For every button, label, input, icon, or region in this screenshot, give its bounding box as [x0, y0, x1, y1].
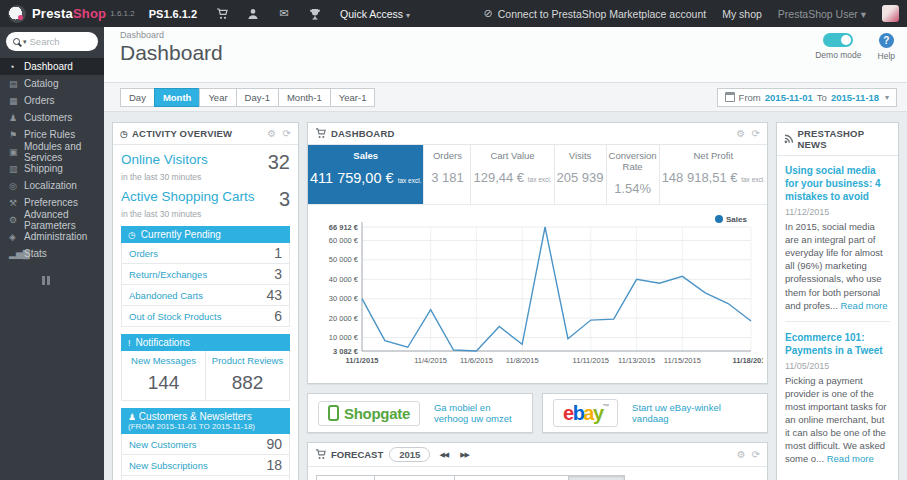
news-article-title[interactable]: Ecommerce 101: Payments in a Tweet: [785, 331, 890, 357]
range-day-button[interactable]: Day: [120, 88, 155, 107]
prestashop-news-panel: PRESTASHOP NEWS Using social media for y…: [776, 122, 899, 480]
svg-text:11/13/2015: 11/13/2015: [618, 356, 655, 365]
news-article: Using social media for your business: 4 …: [785, 164, 890, 312]
currently-pending-header: ◷Currently Pending: [121, 226, 290, 243]
active-carts-sub: in the last 30 minutes: [121, 209, 290, 219]
svg-text:40 000 €: 40 000 €: [329, 275, 359, 284]
shopgate-logo: Shopgate: [318, 401, 420, 426]
legend-conversion-button[interactable]: Conversion: [374, 475, 455, 480]
refresh-icon[interactable]: ⟳: [752, 449, 760, 460]
active-carts-value: 3: [279, 189, 290, 209]
pending-row-out-of-stock[interactable]: Out of Stock Products6: [122, 306, 289, 326]
range-year-1-button[interactable]: Year-1: [330, 88, 376, 107]
legend-average-cart-value-button[interactable]: Average Cart Value: [454, 475, 569, 480]
catalog-icon: ▤: [9, 79, 24, 89]
online-visitors-value: 32: [268, 152, 290, 172]
date-to: 2015-11-18: [831, 92, 879, 103]
range-year-button[interactable]: Year: [199, 88, 236, 107]
sidebar-item-orders[interactable]: ▦Orders: [0, 92, 104, 109]
pending-row-orders[interactable]: Orders1: [122, 243, 289, 264]
search-input[interactable]: [30, 36, 86, 47]
shop-name[interactable]: PS1.6.1.2: [149, 8, 197, 20]
sidebar-collapse-button[interactable]: [42, 276, 104, 285]
news-article-title[interactable]: Using social media for your business: 4 …: [785, 164, 890, 203]
legend-traffic-button[interactable]: Traffic: [316, 475, 375, 480]
customer-icon[interactable]: [246, 7, 260, 20]
refresh-icon[interactable]: ⟳: [282, 128, 291, 139]
range-month-button[interactable]: Month: [154, 88, 201, 107]
sidebar-item-shipping[interactable]: ▥Shipping: [0, 160, 104, 177]
read-more-link[interactable]: Read more: [840, 300, 887, 311]
svg-text:11/11/2015: 11/11/2015: [573, 356, 609, 365]
customers-row-total-subscribers[interactable]: Total Subscribers1308: [122, 476, 289, 480]
product-reviews-cell[interactable]: Product Reviews882: [206, 351, 289, 400]
user-menu[interactable]: PrestaShop User ▾: [778, 8, 866, 20]
sales-chart[interactable]: 11/1/201511/4/201511/6/201511/8/201511/1…: [308, 205, 767, 383]
my-shop-link[interactable]: My shop: [722, 8, 762, 20]
quick-access-menu[interactable]: Quick Access ▾: [340, 8, 410, 20]
page-header: Dashboard Dashboard Demo mode ? Help: [104, 27, 907, 82]
stat-sales[interactable]: Sales411 759,00 € tax excl.: [308, 145, 424, 204]
sidebar-item-catalog[interactable]: ▤Catalog: [0, 75, 104, 92]
previous-year-button[interactable]: ◀◀: [436, 449, 451, 461]
demo-mode-toggle[interactable]: [823, 33, 853, 47]
date-range-picker[interactable]: From 2015-11-01 To 2015-11-18 ▾: [717, 88, 897, 107]
pending-row-returns[interactable]: Return/Exchanges3: [122, 264, 289, 285]
notifications-header: !Notifications: [121, 334, 290, 351]
demo-mode-label: Demo mode: [815, 50, 861, 60]
sidebar-item-localization[interactable]: ◎Localization: [0, 177, 104, 194]
person-icon: ♟: [128, 412, 136, 422]
ebay-promo-card: ebay™ Start uw eBay-winkel vandaag: [542, 393, 768, 433]
gear-icon[interactable]: ⚙: [267, 128, 276, 139]
range-day-1-button[interactable]: Day-1: [236, 88, 279, 107]
sidebar-item-customers[interactable]: ♟Customers: [0, 109, 104, 126]
sidebar-item-dashboard[interactable]: ◔Dashboard: [0, 58, 104, 75]
pending-row-abandoned-carts[interactable]: Abandoned Carts43: [122, 285, 289, 306]
stat-net-profit[interactable]: Net Profit148 918,51 € tax excl.: [660, 145, 767, 204]
cart-icon[interactable]: [215, 7, 229, 20]
refresh-icon[interactable]: ⟳: [751, 128, 760, 139]
avatar[interactable]: [882, 5, 899, 22]
localization-icon: ◎: [9, 181, 24, 191]
gear-icon[interactable]: ⚙: [737, 449, 746, 460]
gear-icon[interactable]: ⚙: [736, 128, 745, 139]
next-year-button[interactable]: ▶▶: [457, 449, 472, 461]
messages-icon[interactable]: ✉: [277, 7, 291, 20]
kpi-strip: Sales411 759,00 € tax excl. Orders3 181 …: [308, 145, 767, 205]
online-visitors-link[interactable]: Online Visitors: [121, 152, 208, 167]
sidebar-item-administration[interactable]: ◈Administration: [0, 228, 104, 245]
forecast-year[interactable]: 2015: [389, 447, 430, 462]
sidebar-search[interactable]: ▾: [6, 32, 98, 51]
stat-conversion-rate[interactable]: Conversion Rate1.54%: [607, 145, 660, 204]
svg-text:11/1/2015: 11/1/2015: [346, 356, 379, 365]
svg-text:30 000 €: 30 000 €: [329, 294, 359, 303]
shopgate-link[interactable]: Ga mobiel en verhoog uw omzet: [434, 402, 522, 424]
stat-cart-value[interactable]: Cart Value129,44 € tax excl.: [471, 145, 554, 204]
ebay-link[interactable]: Start uw eBay-winkel vandaag: [632, 402, 757, 424]
sidebar-item-modules[interactable]: ▣Modules and Services: [0, 143, 104, 160]
customers-row-new-customers[interactable]: New Customers90: [122, 434, 289, 455]
trophy-icon[interactable]: [308, 7, 322, 20]
customers-row-new-subscriptions[interactable]: New Subscriptions18: [122, 455, 289, 476]
read-more-link[interactable]: Read more: [827, 453, 874, 464]
dashboard-panel: DASHBOARD ⚙ ⟳ Sales411 759,00 € tax excl…: [307, 122, 768, 384]
prestashop-logo[interactable]: [8, 5, 26, 23]
range-month-1-button[interactable]: Month-1: [278, 88, 331, 107]
marketplace-link[interactable]: ⊘Connect to PrestaShop Marketplace accou…: [484, 7, 707, 20]
breadcrumb[interactable]: Dashboard: [120, 30, 895, 40]
sidebar-item-stats[interactable]: ▂▅▇Stats: [0, 245, 104, 262]
svg-text:11/4/2015: 11/4/2015: [414, 356, 447, 365]
phone-icon: [328, 405, 339, 421]
stat-orders[interactable]: Orders3 181: [424, 145, 471, 204]
sidebar-item-advanced-parameters[interactable]: ⚙Advanced Parameters: [0, 211, 104, 228]
search-scope-caret-icon[interactable]: ▾: [23, 38, 27, 46]
help-icon[interactable]: ?: [879, 33, 894, 48]
search-icon: [13, 38, 20, 45]
orders-icon: ▦: [9, 96, 24, 106]
active-carts-link[interactable]: Active Shopping Carts: [121, 189, 255, 204]
new-messages-cell[interactable]: New Messages144: [122, 351, 206, 400]
stat-visits[interactable]: Visits205 939: [555, 145, 607, 204]
forecast-panel: FORECAST 2015 ◀◀ ▶▶ ⚙ ⟳ Traffic Conversi…: [307, 442, 768, 480]
legend-sales-button[interactable]: Sales: [568, 475, 625, 480]
brand-name: PrestaShop: [32, 6, 106, 21]
